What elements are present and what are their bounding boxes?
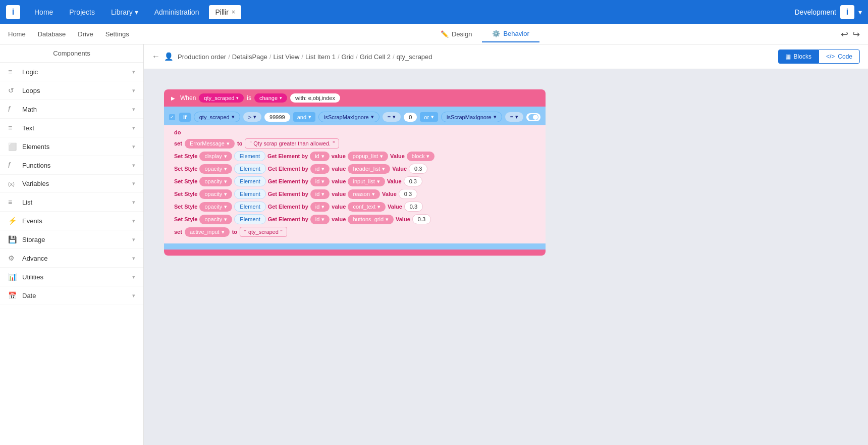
do-row-style-display: Set Style display ▾ Element Get Element … bbox=[174, 151, 540, 161]
sidebar-item-variables[interactable]: (x) Variables ▾ bbox=[0, 175, 143, 193]
blocks-button[interactable]: ▦ Blocks bbox=[778, 50, 819, 64]
element-label-1: Element bbox=[234, 151, 265, 161]
and-pill[interactable]: and ▾ bbox=[293, 112, 315, 122]
if-field2-pill[interactable]: isScrapMaxIgnore ▾ bbox=[318, 112, 379, 122]
sidebar-item-logic[interactable]: ≡ Logic ▾ bbox=[0, 63, 143, 81]
sidebar-item-elements[interactable]: ⬜ Elements ▾ bbox=[0, 137, 143, 156]
if-op2-pill[interactable]: = ▾ bbox=[383, 112, 401, 122]
id-dropdown-2: ▾ bbox=[321, 166, 324, 172]
when-block: ▶ When qty_scraped ▾ is change ▾ with: e… bbox=[164, 89, 546, 107]
op3-dropdown-icon: ▾ bbox=[515, 114, 518, 120]
id-dropdown-3: ▾ bbox=[321, 178, 324, 185]
id-pill-1[interactable]: id ▾ bbox=[310, 152, 330, 161]
opacity-style-pill-3[interactable]: opacity ▾ bbox=[199, 189, 232, 199]
nav-administration[interactable]: Administration bbox=[148, 5, 205, 19]
or-pill[interactable]: or ▾ bbox=[420, 112, 438, 122]
id-pill-3[interactable]: id ▾ bbox=[310, 177, 330, 186]
opacity-style-pill-2[interactable]: opacity ▾ bbox=[199, 177, 232, 186]
bc-qty-scraped[interactable]: qty_scraped bbox=[397, 53, 432, 61]
sidebar: Components ≡ Logic ▾ ↺ Loops ▾ f Math ▾ … bbox=[0, 44, 144, 445]
nav2-settings[interactable]: Settings bbox=[105, 28, 129, 40]
opacity-style-pill-5[interactable]: opacity ▾ bbox=[199, 215, 232, 224]
tab-behavior[interactable]: ⚙️ Behavior bbox=[482, 26, 539, 42]
id-pill-5[interactable]: id ▾ bbox=[310, 202, 330, 212]
nav-library[interactable]: Library ▾ bbox=[105, 5, 144, 19]
bc-grid[interactable]: Grid bbox=[342, 53, 354, 61]
active-input-var-pill[interactable]: active_input ▾ bbox=[185, 227, 230, 237]
header-dropdown: ▾ bbox=[382, 166, 385, 172]
error-quote-pill: " Qty scrap greater than allowed. " bbox=[245, 138, 339, 149]
redo-button[interactable]: ↪ bbox=[852, 29, 860, 40]
if-op3-pill[interactable]: = ▾ bbox=[505, 112, 523, 122]
id-pill-6[interactable]: id ▾ bbox=[310, 215, 330, 224]
do-row-style-opacity-conf: Set Style opacity ▾ Element Get Element … bbox=[174, 202, 540, 212]
sidebar-item-utilities[interactable]: 📊 Utilities ▾ bbox=[0, 268, 143, 286]
behavior-icon: ⚙️ bbox=[492, 30, 500, 37]
change-dropdown-icon: ▾ bbox=[280, 95, 282, 101]
header-list-pill[interactable]: header_list ▾ bbox=[348, 164, 390, 174]
sidebar-item-advance[interactable]: ⚙ Advance ▾ bbox=[0, 249, 143, 268]
popup-list-pill[interactable]: popup_list ▾ bbox=[348, 152, 388, 161]
conf-text-pill[interactable]: conf_text ▾ bbox=[348, 202, 386, 212]
change-pill[interactable]: change ▾ bbox=[254, 93, 287, 103]
block-value-pill[interactable]: block ▾ bbox=[407, 152, 435, 161]
content-area: ← 👤 Production order / DetailsPage / Lis… bbox=[144, 44, 868, 445]
sidebar-item-date[interactable]: 📅 Date ▾ bbox=[0, 286, 143, 305]
bc-grid-cell[interactable]: Grid Cell 2 bbox=[360, 53, 391, 61]
do-row-style-opacity-header: Set Style opacity ▾ Element Get Element … bbox=[174, 164, 540, 174]
opacity-style-pill-1[interactable]: opacity ▾ bbox=[199, 164, 232, 174]
display-style-pill[interactable]: display ▾ bbox=[199, 152, 232, 161]
nav2-home[interactable]: Home bbox=[8, 28, 26, 40]
reason-pill[interactable]: reason ▾ bbox=[348, 189, 380, 199]
id-dropdown-4: ▾ bbox=[321, 191, 324, 197]
qty-scraped-pill[interactable]: qty_scraped ▾ bbox=[199, 93, 244, 103]
sidebar-item-list[interactable]: ≡ List ▾ bbox=[0, 193, 143, 212]
nav-tab-pillir[interactable]: Pillir × bbox=[209, 5, 241, 19]
sidebar-item-loops[interactable]: ↺ Loops ▾ bbox=[0, 81, 143, 100]
id-dropdown-6: ▾ bbox=[321, 216, 324, 223]
nav2-database[interactable]: Database bbox=[38, 28, 66, 40]
conf-val-pill: 0.3 bbox=[404, 202, 423, 212]
nav-projects[interactable]: Projects bbox=[63, 5, 101, 19]
if-label: if bbox=[179, 113, 191, 122]
code-button[interactable]: </> Code bbox=[819, 50, 860, 64]
bc-production-order[interactable]: Production order bbox=[178, 53, 226, 61]
chevron-math: ▾ bbox=[132, 106, 135, 113]
sidebar-item-storage[interactable]: 💾 Storage ▾ bbox=[0, 230, 143, 249]
top-nav-bar: i Home Projects Library ▾ Administration… bbox=[0, 0, 868, 24]
if-op1-pill[interactable]: > ▾ bbox=[243, 112, 261, 122]
sidebar-item-events[interactable]: ⚡ Events ▾ bbox=[0, 212, 143, 230]
op2-dropdown-icon: ▾ bbox=[393, 114, 396, 120]
opacity-style-pill-4[interactable]: opacity ▾ bbox=[199, 202, 232, 212]
back-button[interactable]: ← bbox=[152, 52, 160, 61]
undo-button[interactable]: ↩ bbox=[841, 29, 848, 40]
bc-list-view[interactable]: List View bbox=[273, 53, 299, 61]
if-field1-pill[interactable]: qty_scraped ▾ bbox=[194, 112, 240, 122]
blocks-icon: ▦ bbox=[785, 53, 791, 60]
nav-home[interactable]: Home bbox=[28, 5, 59, 19]
id-pill-2[interactable]: id ▾ bbox=[310, 164, 330, 174]
input-list-pill[interactable]: input_list ▾ bbox=[348, 177, 385, 186]
buttons-grid-pill[interactable]: buttons_grid ▾ bbox=[348, 215, 394, 224]
chevron-down-icon-dev[interactable]: ▾ bbox=[858, 8, 862, 16]
element-label-4: Element bbox=[234, 189, 265, 199]
logic-icon: ≡ bbox=[8, 68, 17, 76]
do-section: do set ErrorMessage ▾ to " Qty scrap bbox=[164, 125, 546, 243]
bc-list-item[interactable]: List Item 1 bbox=[305, 53, 336, 61]
field2-dropdown-icon: ▾ bbox=[371, 114, 374, 120]
active-quote-pill: " qty_scraped " bbox=[240, 227, 287, 237]
id-pill-4[interactable]: id ▾ bbox=[310, 189, 330, 199]
with-pill: with: e,obj,index bbox=[290, 93, 340, 103]
bc-details-page[interactable]: DetailsPage bbox=[232, 53, 267, 61]
nav2-drive[interactable]: Drive bbox=[78, 28, 93, 40]
opacity-dropdown-4: ▾ bbox=[224, 204, 227, 210]
sidebar-item-functions[interactable]: f Functions ▾ bbox=[0, 156, 143, 175]
sidebar-item-math[interactable]: f Math ▾ bbox=[0, 100, 143, 119]
chevron-text: ▾ bbox=[132, 125, 135, 131]
tab-design[interactable]: ✏️ Design bbox=[430, 26, 482, 42]
sidebar-item-text[interactable]: ≡ Text ▾ bbox=[0, 119, 143, 137]
toggle-pill[interactable] bbox=[526, 113, 540, 121]
if-field3-pill[interactable]: isScrapMaxIgnore ▾ bbox=[441, 112, 502, 122]
error-message-var-pill[interactable]: ErrorMessage ▾ bbox=[185, 139, 235, 149]
close-tab-icon[interactable]: × bbox=[232, 9, 235, 16]
